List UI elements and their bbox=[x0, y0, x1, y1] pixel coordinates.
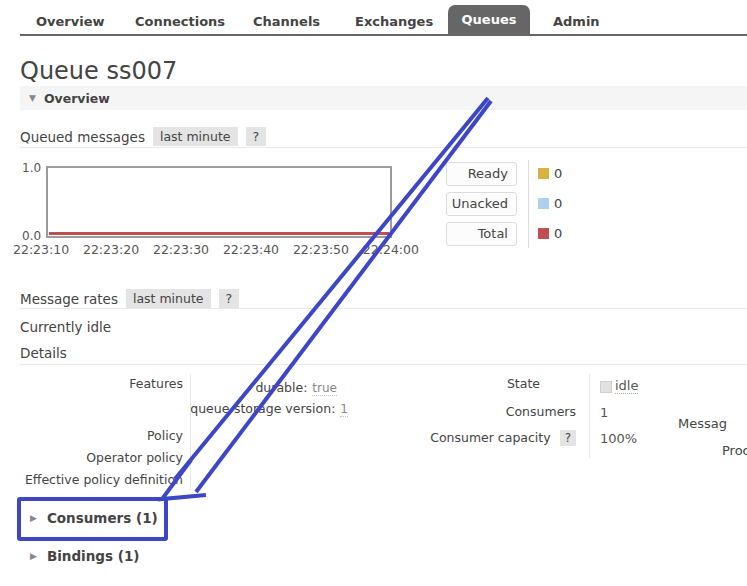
effective-policy-label: Effective policy definition bbox=[25, 472, 183, 487]
y-axis-tick-max: 1.0 bbox=[22, 161, 41, 175]
overview-section-header[interactable]: ▼ Overview bbox=[20, 86, 747, 110]
queued-messages-title: Queued messages bbox=[20, 129, 145, 145]
tab-admin[interactable]: Admin bbox=[553, 14, 600, 29]
details-divider bbox=[190, 374, 191, 490]
chevron-down-icon: ▼ bbox=[29, 93, 36, 103]
legend-button-ready[interactable]: Ready bbox=[446, 162, 517, 186]
idle-status-text: Currently idle bbox=[20, 319, 111, 335]
legend-button-total[interactable]: Total bbox=[446, 222, 517, 246]
page-title: Queue ss007 bbox=[20, 57, 177, 85]
consumer-capacity-value: 100% bbox=[600, 431, 637, 446]
tab-connections[interactable]: Connections bbox=[135, 14, 225, 29]
state-swatch-icon bbox=[600, 381, 612, 393]
queued-messages-header: Queued messages last minute ? bbox=[20, 127, 266, 146]
message-rates-help-icon[interactable]: ? bbox=[219, 289, 240, 308]
state-value: idle bbox=[615, 378, 638, 393]
ready-swatch-icon bbox=[538, 168, 549, 179]
x-tick: 22:23:10 bbox=[13, 242, 69, 257]
queued-messages-range-badge[interactable]: last minute bbox=[153, 127, 238, 146]
consumers-label: Consumers bbox=[506, 404, 576, 419]
consumers-value: 1 bbox=[600, 405, 608, 420]
message-rates-title: Message rates bbox=[20, 291, 118, 307]
chevron-right-icon: ▶ bbox=[30, 551, 37, 561]
tab-channels[interactable]: Channels bbox=[253, 14, 320, 29]
legend-divider bbox=[528, 160, 529, 248]
overview-section-label: Overview bbox=[44, 91, 110, 106]
total-swatch-icon bbox=[538, 228, 549, 239]
consumer-capacity-text: Consumer capacity bbox=[430, 430, 550, 445]
divider bbox=[20, 147, 747, 148]
x-tick: 22:23:50 bbox=[293, 242, 349, 257]
x-tick: 22:23:20 bbox=[83, 242, 139, 257]
bindings-section-label: Bindings (1) bbox=[47, 548, 140, 564]
x-axis-ticks: 22:23:10 22:23:20 22:23:30 22:23:40 22:2… bbox=[13, 242, 419, 257]
total-series-line bbox=[49, 232, 389, 235]
chevron-right-icon: ▶ bbox=[30, 513, 37, 523]
x-tick: 22:23:30 bbox=[153, 242, 209, 257]
details-heading: Details bbox=[20, 345, 67, 361]
x-tick: 22:24:00 bbox=[363, 242, 419, 257]
queued-messages-help-icon[interactable]: ? bbox=[246, 127, 267, 146]
state-idle: idle bbox=[615, 378, 638, 394]
nav-underline bbox=[20, 34, 747, 36]
tab-overview[interactable]: Overview bbox=[36, 14, 105, 29]
operator-policy-label: Operator policy bbox=[86, 450, 183, 465]
unacked-swatch-icon bbox=[538, 198, 549, 209]
message-rates-header: Message rates last minute ? bbox=[20, 289, 239, 308]
divider bbox=[20, 308, 747, 309]
feature-value: 1 bbox=[340, 402, 348, 417]
rabbitmq-queue-page: Overview Connections Channels Exchanges … bbox=[0, 0, 747, 586]
feature-row: queue-storage version:1 bbox=[190, 398, 348, 417]
details-divider bbox=[589, 374, 590, 458]
total-count: 0 bbox=[554, 226, 562, 241]
tab-exchanges[interactable]: Exchanges bbox=[355, 14, 433, 29]
consumers-section-header[interactable]: ▶ Consumers (1) bbox=[30, 510, 158, 526]
clipped-label-process: Proc bbox=[722, 443, 747, 458]
divider bbox=[20, 364, 747, 365]
feature-key: queue-storage version: bbox=[190, 401, 335, 416]
ready-count: 0 bbox=[554, 166, 562, 181]
feature-value: true bbox=[312, 381, 337, 396]
policy-label: Policy bbox=[147, 428, 183, 443]
consumer-capacity-help-icon[interactable]: ? bbox=[560, 430, 576, 446]
consumer-capacity-label: Consumer capacity ? bbox=[430, 430, 576, 445]
legend-button-unacked[interactable]: Unacked bbox=[446, 192, 517, 216]
unacked-count: 0 bbox=[554, 196, 562, 211]
message-rates-range-badge[interactable]: last minute bbox=[126, 289, 211, 308]
feature-row: durable:true bbox=[255, 377, 337, 396]
clipped-label-messages: Messag bbox=[678, 416, 727, 431]
bindings-section-header[interactable]: ▶ Bindings (1) bbox=[30, 548, 139, 564]
tab-queues[interactable]: Queues bbox=[448, 5, 530, 34]
x-tick: 22:23:40 bbox=[223, 242, 279, 257]
feature-key: durable: bbox=[255, 380, 307, 395]
features-label: Features bbox=[129, 376, 183, 391]
y-axis-tick-min: 0.0 bbox=[22, 229, 41, 243]
state-label: State bbox=[507, 376, 540, 391]
consumers-section-label: Consumers (1) bbox=[47, 510, 158, 526]
queued-messages-chart bbox=[46, 166, 392, 238]
